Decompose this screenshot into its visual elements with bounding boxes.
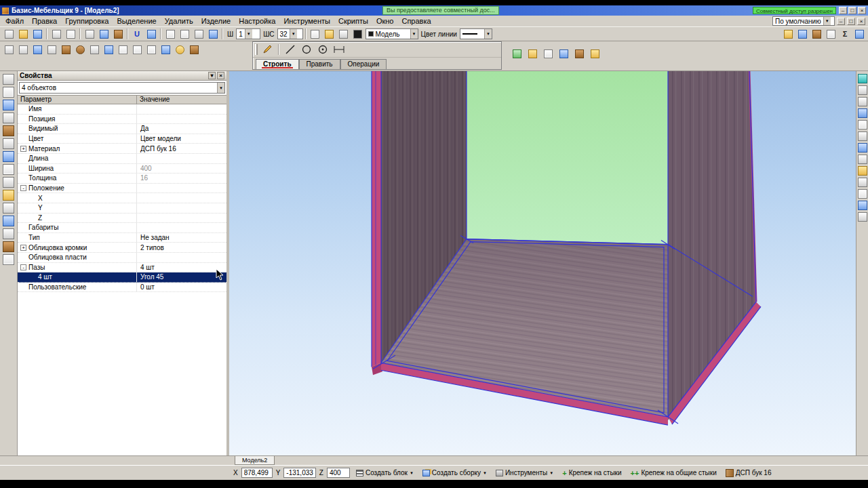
properties-title-bar[interactable]: Свойства ▾ ×: [18, 71, 226, 81]
object-selector-combo[interactable]: 4 объектов ▼: [19, 82, 225, 94]
sketch-tool-icon[interactable]: [3, 87, 14, 98]
chevron-down-icon[interactable]: ▼: [217, 83, 224, 93]
open-folder-icon[interactable]: [16, 27, 30, 41]
cylinder-icon[interactable]: [31, 43, 44, 56]
view-iso-icon[interactable]: [858, 108, 867, 118]
print-icon[interactable]: [50, 27, 63, 41]
select-tool-icon[interactable]: [3, 74, 14, 85]
panel-grip[interactable]: [255, 44, 258, 55]
close-button[interactable]: ×: [858, 7, 866, 14]
text-tool-icon[interactable]: [3, 177, 14, 188]
toolbar-profile-combo[interactable]: По умолчанию ▼: [772, 16, 835, 26]
edge-tool-icon[interactable]: [3, 125, 14, 136]
property-row[interactable]: 4 шт Угол 45: [18, 272, 226, 283]
menu-item[interactable]: Группировка: [61, 16, 113, 26]
profile-tool-icon[interactable]: [3, 113, 14, 123]
pencil-icon[interactable]: [260, 43, 274, 56]
layer-list-icon[interactable]: [309, 27, 322, 41]
menu-item[interactable]: Инструменты: [279, 16, 334, 26]
sphere-icon[interactable]: [73, 43, 87, 56]
wireframe-icon[interactable]: [858, 189, 867, 199]
property-row[interactable]: Габариты: [18, 223, 226, 233]
view-front-icon[interactable]: [858, 85, 867, 95]
property-row[interactable]: Z: [18, 214, 226, 224]
property-value[interactable]: 2 типов: [137, 244, 226, 251]
pan-icon[interactable]: [858, 143, 867, 152]
bulb-off-icon[interactable]: [337, 27, 351, 41]
tab-edit[interactable]: Править: [299, 59, 340, 69]
property-row[interactable]: Пользовательские 0 шт: [18, 283, 226, 293]
paste-icon[interactable]: [111, 27, 125, 41]
property-value[interactable]: 16: [137, 174, 226, 182]
property-value[interactable]: ДСП бук 16: [137, 145, 226, 152]
menu-item[interactable]: Правка: [28, 16, 61, 26]
create-assembly-button[interactable]: Создать сборку ▼: [420, 467, 490, 479]
menu-item[interactable]: Выделение: [113, 16, 160, 26]
dimension-tool-icon[interactable]: [332, 43, 346, 56]
tab-build[interactable]: Строить: [256, 59, 299, 69]
light-icon[interactable]: [858, 166, 867, 176]
view-top-icon[interactable]: [858, 97, 867, 106]
property-value[interactable]: Угол 45: [137, 273, 226, 281]
current-color-swatch[interactable]: [351, 27, 365, 41]
chevron-down-icon[interactable]: ▼: [245, 29, 252, 39]
panel-icon[interactable]: [16, 43, 30, 56]
section-icon[interactable]: [858, 212, 867, 222]
x-coordinate[interactable]: 878,499: [241, 468, 273, 478]
mdi-close-button[interactable]: ×: [857, 18, 865, 25]
property-value[interactable]: 400: [137, 165, 226, 172]
grid-table-icon[interactable]: [130, 43, 144, 56]
redo-icon[interactable]: [144, 27, 158, 41]
sum-icon[interactable]: Σ: [838, 27, 852, 41]
chevron-down-icon[interactable]: ▼: [410, 29, 418, 39]
joints-icon[interactable]: [510, 47, 524, 60]
edge-band-icon[interactable]: [526, 47, 539, 60]
model-tab[interactable]: Модель2: [235, 456, 275, 465]
filter-icon[interactable]: [852, 27, 866, 41]
perspective-icon[interactable]: [858, 201, 867, 210]
property-value[interactable]: 4 шт: [137, 264, 226, 271]
zoom-all-icon[interactable]: [858, 120, 867, 129]
model-viewport[interactable]: [229, 71, 856, 455]
stats-icon[interactable]: [824, 27, 837, 41]
create-block-button[interactable]: Создать блок ▼: [353, 467, 416, 479]
tools-icon[interactable]: [810, 27, 823, 41]
property-value[interactable]: Цвет модели: [137, 135, 226, 142]
grid-icon[interactable]: [163, 27, 177, 41]
list-icon[interactable]: [144, 43, 158, 56]
bulb-on-icon[interactable]: [323, 27, 336, 41]
report-tool-icon[interactable]: [3, 254, 14, 265]
model-3d-view[interactable]: [229, 71, 856, 455]
arc-tool-icon[interactable]: [316, 43, 330, 56]
line-width-input[interactable]: 1 ▼: [236, 28, 260, 39]
layer-combo[interactable]: Модель ▼: [366, 28, 418, 39]
pin-icon[interactable]: ▾: [208, 72, 216, 79]
panel-tool-icon[interactable]: [3, 100, 14, 110]
property-row[interactable]: Y: [18, 203, 226, 214]
close-icon[interactable]: ×: [217, 72, 224, 79]
save-icon[interactable]: [31, 27, 44, 41]
cut-icon[interactable]: [83, 27, 96, 41]
line-tool-icon[interactable]: [283, 43, 297, 56]
rotate-view-icon[interactable]: [858, 155, 867, 164]
zoom-window-icon[interactable]: [858, 131, 867, 141]
sheet-icon[interactable]: [87, 43, 101, 56]
menu-item[interactable]: Файл: [1, 16, 28, 26]
expand-toggle[interactable]: +: [20, 146, 26, 152]
new-file-icon[interactable]: [2, 27, 16, 41]
menu-item[interactable]: Справка: [397, 16, 435, 26]
layers-icon[interactable]: [206, 27, 220, 41]
chevron-down-icon[interactable]: ▼: [290, 29, 297, 39]
property-row[interactable]: Видимый Да: [18, 124, 226, 134]
print-preview-icon[interactable]: [64, 27, 77, 41]
undo-icon[interactable]: U: [130, 27, 144, 41]
property-row[interactable]: - Положение: [18, 184, 226, 194]
cutting-map-icon[interactable]: [541, 47, 555, 60]
title-bar[interactable]: Базис-Мебельщик 9 - [Модель2] Вы предост…: [0, 5, 868, 16]
property-row[interactable]: Облицовка пласти: [18, 253, 226, 263]
fastener-common-joints-button[interactable]: ++ Крепеж на общие стыки: [628, 467, 719, 479]
property-value[interactable]: Не задан: [137, 234, 226, 241]
ortho-icon[interactable]: [192, 27, 205, 41]
library-icon[interactable]: [781, 27, 795, 41]
menu-item[interactable]: Удалить: [161, 16, 197, 26]
